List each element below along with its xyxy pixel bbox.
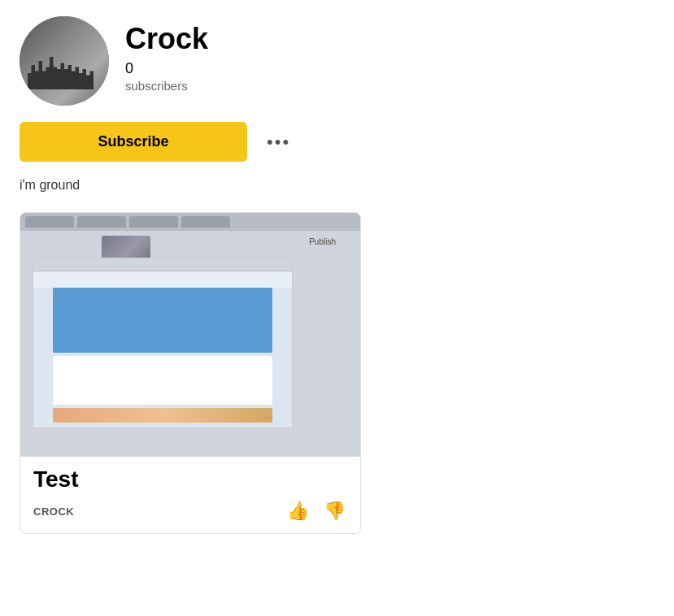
profile-info: Crock 0 subscribers: [125, 16, 208, 93]
browser-tab: [129, 216, 178, 228]
bio-text: i'm ground: [20, 178, 654, 193]
browser-tab: [181, 216, 230, 228]
browser-mockup: Publish HETZLARETTO VARENA: [20, 213, 360, 457]
inner-screenshot: [33, 258, 293, 428]
card-body: Test CROCK 👍 👎: [20, 457, 360, 533]
avatar: [20, 16, 109, 106]
channel-name: Crock: [125, 23, 208, 55]
subscriber-label: subscribers: [125, 79, 208, 93]
browser-tab: [77, 216, 126, 228]
inner-content: [33, 288, 292, 428]
content-card[interactable]: Publish HETZLARETTO VARENA Test CROCK 👍 …: [20, 212, 361, 534]
inner-white-section: [53, 356, 272, 405]
avatar-image: [20, 16, 109, 106]
profile-header: Crock 0 subscribers: [20, 16, 654, 106]
inner-colored-bar: [53, 408, 272, 423]
subscribe-button[interactable]: Subscribe: [20, 122, 247, 162]
action-bar: Subscribe •••: [20, 122, 654, 162]
card-title: Test: [33, 466, 347, 492]
card-footer: CROCK 👍 👎: [33, 499, 347, 523]
thumbs-down-button[interactable]: 👎: [322, 499, 347, 523]
browser-tab-bar: [20, 213, 360, 231]
publish-label: Publish: [309, 237, 336, 246]
card-channel-name: CROCK: [33, 505, 74, 518]
inner-browser-bar: [33, 258, 292, 271]
inner-blue-section: [53, 288, 272, 353]
card-thumbnail: Publish HETZLARETTO VARENA: [20, 213, 360, 457]
more-options-button[interactable]: •••: [260, 128, 297, 156]
thumbs-up-button[interactable]: 👍: [285, 499, 311, 523]
browser-tab: [25, 216, 74, 228]
subscriber-count: 0: [125, 60, 208, 77]
vote-buttons: 👍 👎: [285, 499, 347, 523]
